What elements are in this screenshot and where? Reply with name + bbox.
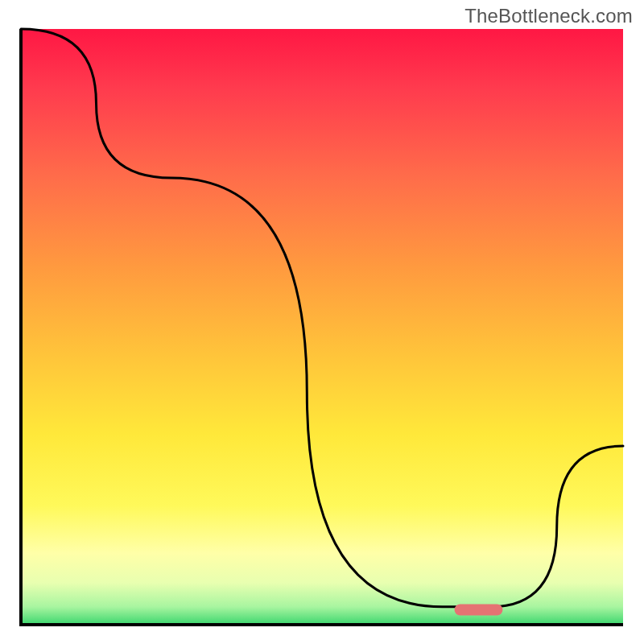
chart-canvas — [0, 0, 644, 644]
bottleneck-chart: TheBottleneck.com — [0, 0, 644, 644]
optimal-range-marker — [455, 605, 503, 616]
gradient-background — [21, 29, 623, 625]
watermark-text: TheBottleneck.com — [464, 5, 633, 27]
